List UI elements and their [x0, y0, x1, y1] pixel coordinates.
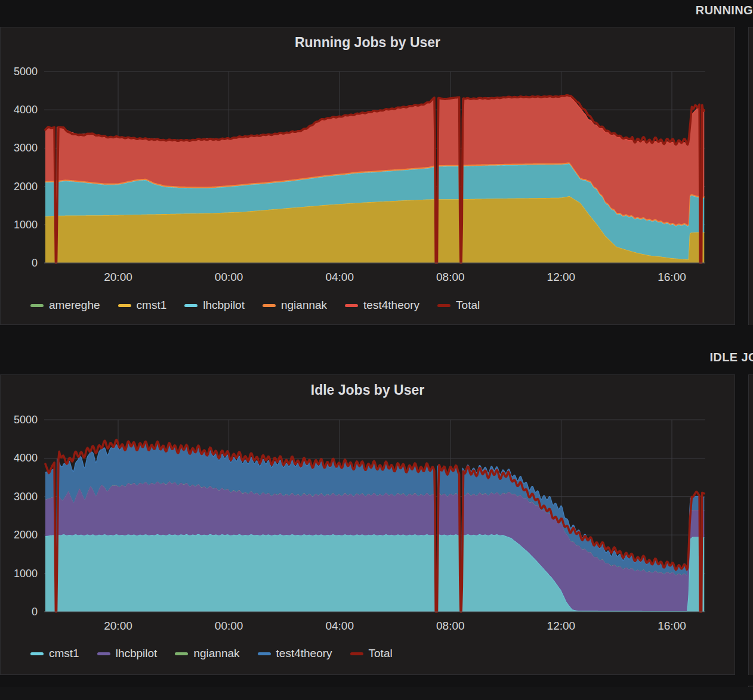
- legend-swatch-lhcbpilot: [97, 652, 110, 655]
- x-tick-label: 04:00: [325, 271, 354, 284]
- y-tick-label: 0: [1, 605, 38, 618]
- row-title-idle-jobs[interactable]: IDLE JO: [709, 351, 753, 364]
- x-tick-label: 16:00: [658, 620, 686, 633]
- x-tick-label: 00:00: [215, 620, 243, 633]
- x-tick-label: 12:00: [547, 271, 576, 284]
- row-title-running-jobs[interactable]: RUNNING: [696, 4, 753, 17]
- legend-swatch-lhcbpilot: [184, 304, 197, 307]
- x-tick-label: 20:00: [104, 620, 132, 633]
- legend-item-lhcbpilot[interactable]: lhcbpilot: [97, 647, 158, 660]
- adjacent-panel-sliver-bottom: [748, 374, 753, 675]
- x-tick-label: 04:00: [325, 620, 354, 633]
- y-tick-label: 2000: [1, 528, 38, 541]
- chart-title-idle-jobs: Idle Jobs by User: [1, 382, 735, 398]
- y-tick-label: 5000: [1, 65, 38, 78]
- y-tick-label: 3000: [1, 490, 38, 503]
- legend-label: cmst1: [137, 299, 167, 312]
- y-tick-label: 3000: [1, 141, 38, 154]
- legend-swatch-test4theory: [258, 652, 271, 655]
- legend-label: cmst1: [49, 647, 79, 660]
- adjacent-panel-sliver-top: [748, 27, 753, 325]
- legend-item-cmst1[interactable]: cmst1: [30, 647, 79, 660]
- y-tick-label: 1000: [1, 567, 38, 580]
- legend-item-test4theory[interactable]: test4theory: [258, 647, 332, 660]
- legend-label: ngiannak: [193, 647, 239, 660]
- legend-swatch-Total: [350, 652, 363, 655]
- panel-running-jobs: Running Jobs by User 0100020003000400050…: [0, 27, 735, 325]
- x-tick-label: 00:00: [215, 271, 243, 284]
- legend-swatch-Total: [437, 304, 450, 307]
- x-tick-label: 12:00: [547, 620, 576, 633]
- x-tick-label: 08:00: [436, 271, 465, 284]
- legend-item-Total[interactable]: Total: [437, 299, 480, 312]
- legend-item-Total[interactable]: Total: [350, 647, 393, 660]
- x-tick-label: 08:00: [436, 620, 465, 633]
- legend-swatch-ngiannak: [263, 304, 276, 307]
- legend-item-amereghe[interactable]: amereghe: [30, 299, 100, 312]
- legend-item-ngiannak[interactable]: ngiannak: [175, 647, 239, 660]
- legend-label: ngiannak: [281, 299, 327, 312]
- y-tick-label: 1000: [1, 218, 38, 231]
- legend-label: test4theory: [363, 299, 419, 312]
- next-row-band: [0, 687, 753, 700]
- legend-label: amereghe: [49, 299, 100, 312]
- legend-swatch-cmst1: [118, 304, 131, 307]
- chart-legend: amereghecmst1lhcbpilotngiannaktest4theor…: [30, 299, 730, 312]
- x-tick-label: 20:00: [104, 271, 132, 284]
- legend-swatch-amereghe: [30, 304, 44, 307]
- legend-label: lhcbpilot: [116, 647, 158, 660]
- legend-swatch-cmst1: [30, 652, 44, 655]
- legend-label: lhcbpilot: [203, 299, 245, 312]
- legend-item-lhcbpilot[interactable]: lhcbpilot: [184, 299, 245, 312]
- legend-label: Total: [369, 647, 393, 660]
- chart-legend: cmst1lhcbpilotngiannaktest4theoryTotal: [30, 647, 730, 660]
- legend-item-test4theory[interactable]: test4theory: [345, 299, 419, 312]
- legend-item-cmst1[interactable]: cmst1: [118, 299, 167, 312]
- legend-label: test4theory: [276, 647, 332, 660]
- y-tick-label: 0: [1, 256, 38, 270]
- y-tick-label: 4000: [1, 103, 38, 116]
- x-tick-label: 16:00: [658, 271, 686, 284]
- legend-swatch-test4theory: [345, 304, 358, 307]
- legend-item-ngiannak[interactable]: ngiannak: [263, 299, 327, 312]
- legend-label: Total: [456, 299, 480, 312]
- y-tick-label: 2000: [1, 180, 38, 193]
- chart-title-running-jobs: Running Jobs by User: [1, 35, 735, 51]
- panel-idle-jobs: Idle Jobs by User 0100020003000400050002…: [0, 374, 735, 675]
- y-tick-label: 4000: [1, 451, 38, 464]
- legend-swatch-ngiannak: [175, 652, 188, 655]
- y-tick-label: 5000: [1, 413, 38, 426]
